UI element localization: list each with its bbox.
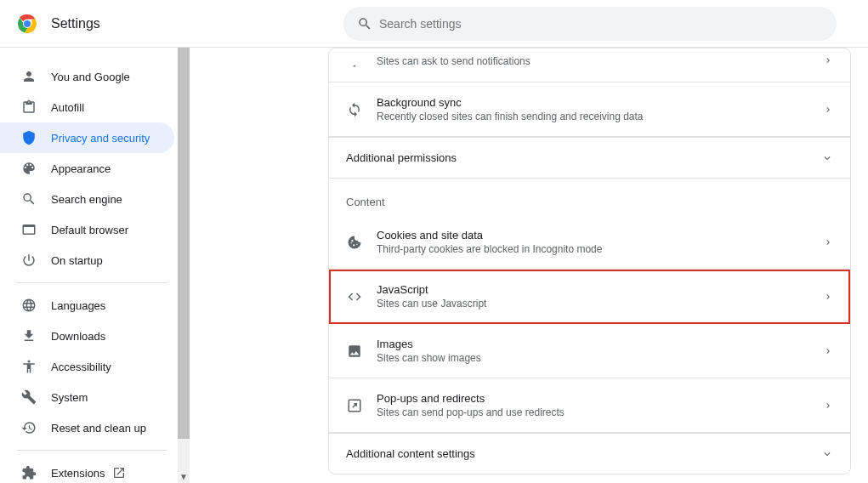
chevron-right-icon	[823, 237, 833, 247]
row-images[interactable]: Images Sites can show images	[329, 324, 850, 378]
row-subtitle: Sites can show images	[377, 352, 823, 364]
accessibility-icon	[20, 359, 37, 374]
row-title: Cookies and site data	[377, 229, 823, 242]
header: Settings	[0, 0, 868, 48]
search-icon	[357, 16, 372, 31]
row-additional-permissions[interactable]: Additional permissions	[329, 137, 850, 178]
popup-icon	[346, 398, 363, 413]
row-title: Background sync	[377, 96, 823, 109]
browser-icon	[20, 222, 37, 237]
svg-point-2	[24, 20, 31, 27]
sidebar-item-label: Reset and clean up	[51, 422, 146, 435]
divider	[17, 450, 167, 451]
row-label: Additional content settings	[346, 447, 475, 460]
divider	[17, 282, 167, 283]
power-icon	[20, 253, 37, 268]
sidebar-item-autofill[interactable]: Autofill	[0, 92, 174, 122]
content-heading: Content	[329, 178, 850, 215]
sidebar-item-downloads[interactable]: Downloads	[0, 321, 174, 351]
scrollbar-thumb[interactable]	[178, 48, 190, 439]
code-icon	[346, 289, 363, 304]
wrench-icon	[20, 389, 37, 405]
search-icon	[20, 191, 37, 207]
sidebar-item-label: Extensions	[51, 467, 105, 480]
sidebar-item-label: On startup	[51, 254, 103, 267]
sidebar-item-default-browser[interactable]: Default browser	[0, 214, 174, 245]
row-javascript[interactable]: JavaScript Sites can use Javascript	[329, 270, 850, 324]
sidebar-item-on-startup[interactable]: On startup	[0, 245, 174, 276]
person-icon	[20, 69, 37, 84]
sidebar-item-appearance[interactable]: Appearance	[0, 153, 174, 184]
chevron-right-icon	[823, 401, 833, 411]
sidebar: You and Google Autofill Privacy and secu…	[0, 48, 192, 483]
image-icon	[346, 344, 363, 359]
sidebar-item-languages[interactable]: Languages	[0, 290, 174, 321]
row-title: Images	[377, 338, 823, 350]
row-subtitle: Sites can use Javascript	[377, 298, 536, 310]
sidebar-item-search-engine[interactable]: Search engine	[0, 184, 174, 214]
palette-icon	[20, 161, 37, 176]
row-title: JavaScript	[377, 283, 536, 296]
sidebar-item-label: Appearance	[51, 162, 111, 175]
sidebar-item-label: You and Google	[51, 71, 130, 83]
clipboard-icon	[20, 99, 37, 115]
sidebar-item-label: System	[51, 391, 88, 404]
external-link-icon	[112, 466, 126, 480]
row-background-sync[interactable]: Background sync Recently closed sites ca…	[329, 82, 850, 137]
row-subtitle: Third-party cookies are blocked in Incog…	[377, 243, 823, 255]
scrollbar[interactable]: ▼	[178, 48, 190, 483]
extension-icon	[20, 465, 37, 480]
sidebar-item-label: Privacy and security	[51, 132, 150, 145]
restore-icon	[20, 420, 37, 435]
chevron-right-icon	[823, 105, 833, 115]
sidebar-item-label: Search engine	[51, 193, 122, 206]
sidebar-item-you-and-google[interactable]: You and Google	[0, 61, 174, 92]
row-subtitle: Sites can ask to send notifications	[377, 55, 823, 67]
row-notifications[interactable]: Sites can ask to send notifications	[329, 48, 850, 82]
row-subtitle: Sites can send pop-ups and use redirects	[377, 406, 823, 418]
row-cookies[interactable]: Cookies and site data Third-party cookie…	[329, 215, 850, 270]
chevron-right-icon	[823, 292, 833, 302]
chevron-down-icon	[821, 448, 833, 460]
sidebar-item-label: Languages	[51, 299, 105, 312]
sync-icon	[346, 102, 363, 117]
bell-icon	[346, 53, 363, 68]
scroll-down-icon[interactable]: ▼	[179, 472, 188, 481]
sidebar-item-system[interactable]: System	[0, 382, 174, 412]
content-area: Sites can ask to send notifications Back…	[192, 48, 868, 483]
row-title: Pop-ups and redirects	[377, 392, 823, 405]
download-icon	[20, 328, 37, 344]
sidebar-item-label: Downloads	[51, 330, 105, 343]
permissions-card: Sites can ask to send notifications Back…	[328, 48, 851, 474]
cookie-icon	[346, 235, 363, 250]
sidebar-item-reset[interactable]: Reset and clean up	[0, 412, 174, 443]
sidebar-item-label: Default browser	[51, 224, 128, 236]
chevron-right-icon	[823, 346, 833, 356]
chrome-icon	[17, 14, 37, 34]
chevron-down-icon	[821, 152, 833, 164]
chevron-right-icon	[823, 55, 833, 65]
sidebar-item-extensions[interactable]: Extensions	[0, 457, 174, 483]
search-input[interactable]	[379, 17, 823, 31]
row-popups[interactable]: Pop-ups and redirects Sites can send pop…	[329, 378, 850, 433]
globe-icon	[20, 298, 37, 313]
page-title: Settings	[51, 16, 100, 31]
sidebar-item-label: Autofill	[51, 101, 84, 114]
row-additional-content[interactable]: Additional content settings	[329, 433, 850, 474]
shield-icon	[20, 130, 37, 145]
sidebar-item-privacy-security[interactable]: Privacy and security	[0, 122, 174, 153]
sidebar-item-label: Accessibility	[51, 361, 111, 373]
sidebar-item-accessibility[interactable]: Accessibility	[0, 351, 174, 382]
row-label: Additional permissions	[346, 151, 457, 164]
row-subtitle: Recently closed sites can finish sending…	[377, 111, 823, 122]
search-box[interactable]	[343, 7, 837, 41]
